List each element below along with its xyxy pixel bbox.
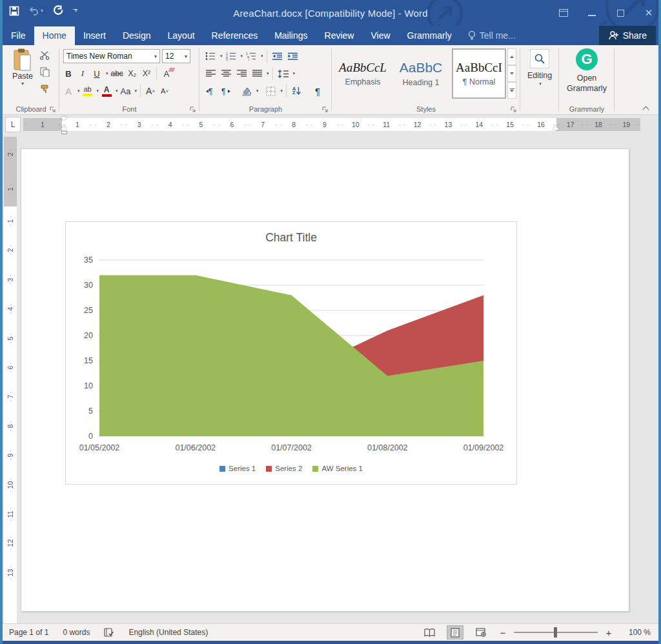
tab-review[interactable]: Review bbox=[316, 26, 363, 45]
collapse-ribbon-icon[interactable] bbox=[643, 105, 649, 112]
align-left-button[interactable] bbox=[203, 66, 218, 81]
decrease-indent-button[interactable] bbox=[270, 49, 285, 63]
horizontal-ruler[interactable]: ·1· ·1··2··3··4··5··6··7··8··9··10··11··… bbox=[23, 118, 640, 131]
borders-caret-icon[interactable]: ▾ bbox=[281, 88, 283, 94]
hanging-indent-marker[interactable] bbox=[61, 126, 67, 130]
vertical-ruler[interactable]: ·2··1· ·1··2··3··4··5··6··7··8··9··10··1… bbox=[4, 137, 17, 623]
justify-button[interactable] bbox=[250, 66, 264, 81]
underline-caret-icon[interactable]: ▾ bbox=[106, 71, 108, 76]
line-spacing-button[interactable] bbox=[276, 66, 290, 81]
tab-grammarly[interactable]: Grammarly bbox=[399, 26, 460, 45]
share-button[interactable]: Share bbox=[599, 26, 656, 45]
increase-indent-button[interactable] bbox=[286, 49, 300, 63]
zoom-out-button[interactable]: − bbox=[498, 627, 507, 638]
tab-home[interactable]: Home bbox=[34, 26, 75, 45]
style-emphasis[interactable]: AaBbCcL Emphasis bbox=[336, 48, 390, 99]
language-indicator[interactable]: English (United States) bbox=[128, 628, 208, 637]
bullet-list-caret-icon[interactable]: ▾ bbox=[220, 54, 223, 59]
styles-scroll-down-icon[interactable] bbox=[507, 65, 516, 82]
bullet-list-button[interactable] bbox=[203, 49, 218, 63]
clipboard-dialog-launcher-icon[interactable] bbox=[50, 106, 56, 112]
tab-view[interactable]: View bbox=[362, 26, 398, 45]
strikethrough-button[interactable]: abc bbox=[110, 66, 125, 81]
styles-more-icon[interactable] bbox=[507, 82, 516, 99]
read-mode-button[interactable] bbox=[421, 625, 438, 639]
line-spacing-caret-icon[interactable]: ▾ bbox=[293, 71, 296, 76]
text-effects-button[interactable]: A bbox=[62, 84, 75, 98]
text-effects-caret-icon[interactable]: ▾ bbox=[77, 88, 80, 94]
ribbon-display-options-icon[interactable] bbox=[558, 7, 569, 19]
web-layout-button[interactable] bbox=[473, 625, 489, 639]
grow-font-button[interactable]: A˄ bbox=[144, 84, 157, 98]
show-hide-formatting-button[interactable]: ¶ bbox=[310, 84, 325, 98]
style-normal[interactable]: AaBbCcI ¶ Normal bbox=[452, 48, 506, 99]
font-color-button[interactable]: A bbox=[100, 84, 113, 98]
font-name-combo[interactable]: Times New Roman ▾ bbox=[63, 49, 160, 63]
tell-me-box[interactable]: Tell me... bbox=[460, 26, 524, 45]
sort-button[interactable]: AZ bbox=[290, 84, 304, 98]
bold-button[interactable]: B bbox=[62, 66, 75, 81]
font-size-combo[interactable]: 12 ▾ bbox=[162, 49, 190, 63]
minimize-icon[interactable] bbox=[586, 7, 598, 19]
tab-file[interactable]: File bbox=[3, 26, 34, 45]
multilevel-list-button[interactable]: 1ai bbox=[244, 49, 258, 63]
tab-layout[interactable]: Layout bbox=[159, 26, 203, 45]
subscript-button[interactable]: X₂ bbox=[126, 66, 139, 81]
open-grammarly-button[interactable]: G Open Grammarly bbox=[564, 48, 609, 94]
editing-button[interactable]: Editing ▾ bbox=[526, 49, 553, 86]
zoom-level[interactable]: 100 % bbox=[622, 628, 651, 637]
left-to-right-button[interactable]: ¶ bbox=[203, 84, 218, 98]
copy-button[interactable] bbox=[39, 66, 50, 77]
left-indent-marker[interactable] bbox=[61, 131, 67, 134]
superscript-button[interactable]: X² bbox=[140, 66, 153, 81]
legend-item[interactable]: AW Series 1 bbox=[312, 465, 362, 472]
numbered-list-button[interactable]: 123 bbox=[224, 49, 238, 63]
legend-item[interactable]: Series 2 bbox=[266, 465, 302, 472]
close-icon[interactable]: ✕ bbox=[643, 7, 655, 19]
styles-scroll-up-icon[interactable] bbox=[507, 48, 516, 65]
borders-button[interactable] bbox=[264, 84, 278, 98]
clear-formatting-button[interactable]: A bbox=[160, 66, 173, 81]
word-count[interactable]: 0 words bbox=[63, 628, 90, 637]
first-line-indent-marker[interactable] bbox=[61, 117, 67, 121]
style-heading1[interactable]: AaBbC Heading 1 bbox=[394, 48, 448, 99]
page-indicator[interactable]: Page 1 of 1 bbox=[9, 628, 48, 637]
zoom-slider[interactable] bbox=[514, 632, 598, 633]
shrink-font-button[interactable]: A˅ bbox=[158, 84, 171, 98]
font-color-caret-icon[interactable]: ▾ bbox=[116, 88, 118, 94]
shading-caret-icon[interactable]: ▾ bbox=[256, 88, 259, 94]
highlight-caret-icon[interactable]: ▾ bbox=[97, 88, 99, 94]
styles-dialog-launcher-icon[interactable] bbox=[511, 106, 516, 112]
change-case-button[interactable]: Aa bbox=[119, 84, 132, 98]
cut-button[interactable] bbox=[39, 50, 50, 61]
format-painter-button[interactable] bbox=[39, 83, 50, 94]
tab-references[interactable]: References bbox=[203, 26, 267, 45]
zoom-in-button[interactable]: + bbox=[604, 627, 613, 638]
document-page[interactable]: Chart Title 0510152025303501/05/200201/0… bbox=[21, 148, 629, 612]
chart-object[interactable]: Chart Title 0510152025303501/05/200201/0… bbox=[65, 221, 517, 485]
paste-button[interactable]: Paste ▾ bbox=[8, 48, 37, 104]
underline-button[interactable]: U bbox=[90, 66, 103, 81]
change-case-caret-icon[interactable]: ▾ bbox=[135, 88, 137, 94]
print-layout-button[interactable] bbox=[447, 625, 463, 639]
right-to-left-button[interactable]: ¶ bbox=[219, 84, 233, 98]
italic-button[interactable]: I bbox=[76, 66, 89, 81]
tab-selector[interactable]: L bbox=[5, 117, 21, 132]
align-center-button[interactable] bbox=[219, 66, 233, 81]
highlight-button[interactable]: ab bbox=[81, 84, 94, 98]
right-indent-marker[interactable] bbox=[553, 126, 559, 130]
font-dialog-launcher-icon[interactable] bbox=[190, 106, 196, 112]
paragraph-dialog-launcher-icon[interactable] bbox=[322, 106, 328, 112]
tab-mailings[interactable]: Mailings bbox=[266, 26, 316, 45]
tab-insert[interactable]: Insert bbox=[75, 26, 114, 45]
proofing-status-icon[interactable] bbox=[104, 628, 114, 638]
shading-button[interactable] bbox=[239, 84, 254, 98]
justify-caret-icon[interactable]: ▾ bbox=[267, 71, 269, 76]
zoom-slider-thumb[interactable] bbox=[554, 627, 557, 638]
maximize-icon[interactable] bbox=[615, 7, 626, 19]
numbered-list-caret-icon[interactable]: ▾ bbox=[241, 54, 243, 59]
tab-design[interactable]: Design bbox=[114, 26, 159, 45]
multilevel-list-caret-icon[interactable]: ▾ bbox=[261, 54, 263, 59]
legend-item[interactable]: Series 1 bbox=[219, 465, 256, 472]
align-right-button[interactable] bbox=[234, 66, 249, 81]
